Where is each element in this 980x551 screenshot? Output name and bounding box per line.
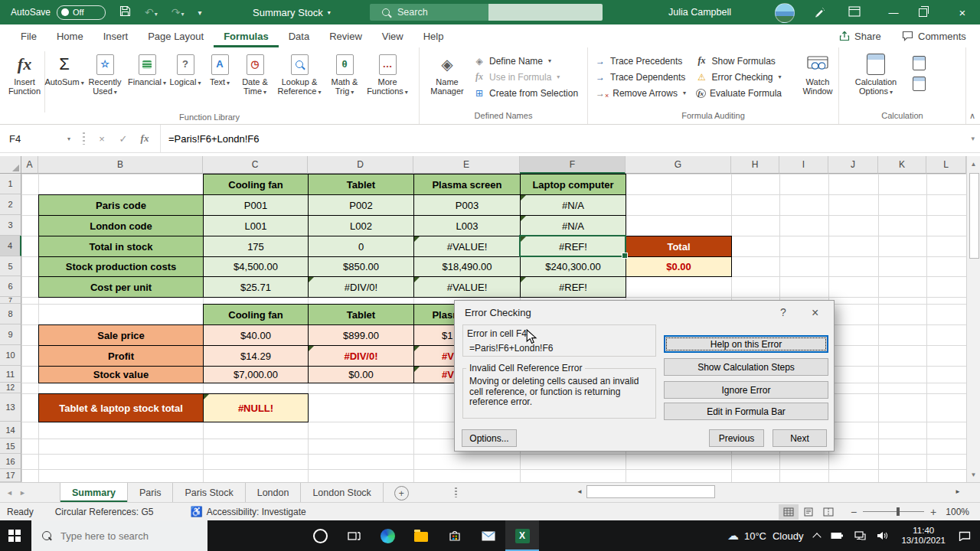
zoom-slider[interactable] <box>863 511 924 512</box>
dialog-help-button[interactable]: ? <box>780 306 786 318</box>
math-trig-button[interactable]: θ Math & Trig▾ <box>325 51 364 97</box>
col-header-b[interactable]: B <box>38 156 203 174</box>
edit-in-formula-bar-button[interactable]: Edit in Formula Bar <box>664 403 828 420</box>
cell-c11[interactable]: $7,000.00 <box>204 367 309 383</box>
save-button[interactable] <box>119 5 131 19</box>
insert-function-fx-button[interactable]: fx <box>134 132 155 145</box>
view-normal-button[interactable] <box>779 504 799 520</box>
sheet-tab-paris-stock[interactable]: Paris Stock <box>173 483 245 502</box>
col-header-g[interactable]: G <box>626 156 731 174</box>
cell-d3[interactable]: L002 <box>309 216 414 236</box>
row-header-8[interactable]: 8 <box>0 304 21 324</box>
row-header-1[interactable]: 1 <box>0 174 21 194</box>
row-header-10[interactable]: 10 <box>0 345 21 366</box>
evaluate-formula-button[interactable]: fx Evaluate Formula <box>696 85 795 101</box>
autosave-toggle[interactable]: Off <box>57 5 106 20</box>
select-all-corner[interactable] <box>0 156 21 174</box>
create-from-selection-button[interactable]: ⊞ Create from Selection <box>473 85 578 101</box>
show-calculation-steps-button[interactable]: Show Calculation Steps <box>664 358 828 376</box>
excel-taskbar-button[interactable]: X <box>505 520 539 551</box>
weather-condition[interactable]: Cloudy <box>773 530 803 542</box>
cell-d9[interactable]: $899.00 <box>309 325 414 346</box>
mail-button[interactable] <box>472 520 505 551</box>
tab-home[interactable]: Home <box>47 24 93 47</box>
cell-e4[interactable]: #VALUE! <box>414 236 521 257</box>
file-explorer-button[interactable] <box>404 520 438 551</box>
status-circular-references[interactable]: Circular References: G5 <box>55 507 154 517</box>
cell-e2[interactable]: P003 <box>414 195 521 216</box>
zoom-in-button[interactable]: + <box>930 506 936 518</box>
cell-c13[interactable]: #NULL! <box>204 394 309 422</box>
cell-g4-total-header[interactable]: Total <box>626 236 732 257</box>
col-header-f-selected[interactable]: F <box>520 156 626 174</box>
sheet-tab-summary[interactable]: Summary <box>60 483 128 502</box>
avatar[interactable] <box>775 3 795 23</box>
cancel-button[interactable]: × <box>91 133 113 145</box>
volume-button[interactable] <box>877 531 888 540</box>
close-button[interactable]: × <box>949 0 975 24</box>
trace-precedents-button[interactable]: → Trace Precedents <box>594 53 693 69</box>
share-button[interactable]: Share <box>839 24 881 47</box>
cell-c5[interactable]: $4,500.00 <box>204 257 309 277</box>
sheet-nav-right-button[interactable]: ► <box>16 483 29 502</box>
row-header-3[interactable]: 3 <box>0 215 21 236</box>
task-view-button[interactable] <box>337 520 371 551</box>
col-header-d[interactable]: D <box>308 156 413 174</box>
vertical-scrollbar[interactable]: ▲ ▼ <box>966 156 980 482</box>
more-functions-button[interactable]: … More Functions▾ <box>365 51 410 97</box>
search-box[interactable]: Search <box>370 4 603 21</box>
calculation-options-button[interactable]: Calculation Options▾ <box>847 51 905 97</box>
edge-button[interactable] <box>371 520 404 551</box>
tab-help[interactable]: Help <box>413 24 454 47</box>
weather-temp[interactable]: 10°C <box>744 530 766 542</box>
cell-b3[interactable]: London code <box>39 216 204 236</box>
start-button[interactable] <box>8 530 21 542</box>
cell-d1[interactable]: Tablet <box>309 174 414 195</box>
name-manager-button[interactable]: ◈ Name Manager <box>426 51 469 96</box>
tab-view[interactable]: View <box>372 24 413 47</box>
help-on-error-button[interactable]: Help on this Error <box>664 335 828 353</box>
cell-c4[interactable]: 175 <box>204 236 309 257</box>
collapse-ribbon-button[interactable]: ∧ <box>969 111 975 121</box>
sheet-nav-left-button[interactable]: ◄ <box>3 483 16 502</box>
cell-e3[interactable]: L003 <box>414 216 521 236</box>
cell-b4[interactable]: Total in stock <box>39 236 204 257</box>
cell-e6[interactable]: #VALUE! <box>414 277 521 298</box>
vertical-scroll-thumb[interactable] <box>969 173 979 259</box>
zoom-out-button[interactable]: − <box>851 506 857 518</box>
tab-formulas[interactable]: Formulas <box>214 24 279 47</box>
quick-access-menu-button[interactable]: ▾ <box>198 8 202 17</box>
remove-arrows-button[interactable]: →× Remove Arrows ▾ <box>594 85 693 101</box>
cell-c10[interactable]: $14.29 <box>204 346 309 367</box>
logical-button[interactable]: ? Logical▾ <box>168 51 203 88</box>
scroll-up-button[interactable]: ▲ <box>967 156 980 168</box>
undo-button[interactable]: ↶▾ <box>145 6 158 18</box>
row-header-4-selected[interactable]: 4 <box>0 236 21 256</box>
document-title[interactable]: Summary Stock ▾ <box>253 0 331 24</box>
cell-c6[interactable]: $25.71 <box>204 277 309 298</box>
cell-g5-total-value[interactable]: $0.00 <box>626 257 732 277</box>
scroll-down-button[interactable]: ▼ <box>967 471 980 478</box>
insert-function-button[interactable]: fx Insert Function <box>5 51 45 112</box>
tab-review[interactable]: Review <box>319 24 372 47</box>
cell-d4[interactable]: 0 <box>309 236 414 257</box>
date-time-button[interactable]: ◷ Date & Time▾ <box>237 51 273 97</box>
define-name-button[interactable]: ◈ Define Name ▾ <box>473 53 578 69</box>
use-in-formula-button[interactable]: fx Use in Formula ▾ <box>473 69 578 85</box>
hscroll-right-button[interactable]: ► <box>952 485 963 498</box>
cell-b9[interactable]: Sale price <box>39 325 204 346</box>
cell-b11[interactable]: Stock value <box>39 367 204 383</box>
cell-b5[interactable]: Stock production costs <box>39 257 204 277</box>
row-header-16[interactable]: 16 <box>0 454 21 469</box>
cell-d2[interactable]: P002 <box>309 195 414 216</box>
row-header-14[interactable]: 14 <box>0 422 21 439</box>
sheet-tab-paris[interactable]: Paris <box>128 483 173 502</box>
cell-c1[interactable]: Cooling fan <box>204 174 309 195</box>
expand-formula-bar-button[interactable]: ▾ <box>965 135 980 142</box>
calculate-sheet-button[interactable] <box>913 77 926 91</box>
action-center-button[interactable] <box>959 531 971 541</box>
ribbon-display-options-button[interactable] <box>848 6 861 19</box>
tab-data[interactable]: Data <box>279 24 319 47</box>
cell-c8[interactable]: Cooling fan <box>204 305 309 325</box>
name-box[interactable]: F4 ▾ <box>0 125 77 152</box>
